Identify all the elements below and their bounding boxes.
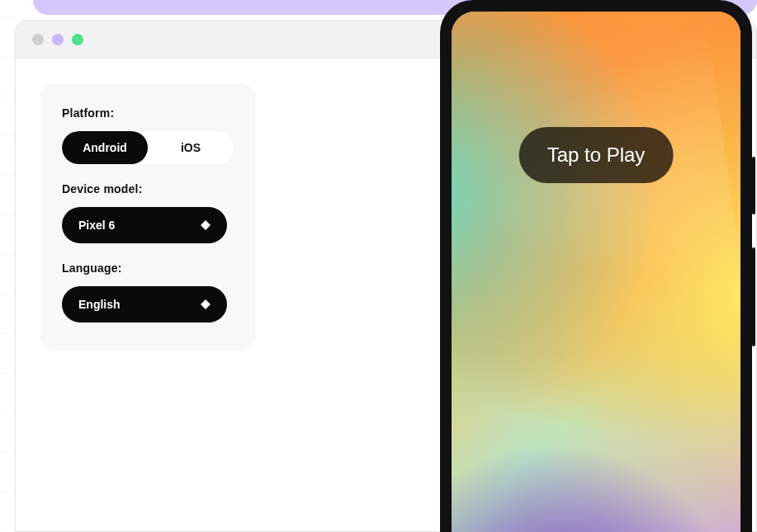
tap-to-play-button[interactable]: Tap to Play bbox=[519, 127, 674, 183]
page-grid-guides bbox=[0, 0, 15, 532]
device-model-dropdown[interactable]: Pixel 6 bbox=[62, 207, 227, 243]
device-model-label: Device model: bbox=[62, 182, 234, 195]
svg-marker-1 bbox=[201, 225, 211, 230]
platform-ios-button[interactable]: iOS bbox=[148, 131, 234, 164]
wallpaper-highlight bbox=[452, 12, 740, 532]
platform-label: Platform: bbox=[62, 106, 234, 120]
traffic-close-icon[interactable] bbox=[32, 34, 44, 45]
language-value: English bbox=[78, 298, 121, 311]
language-dropdown[interactable]: English bbox=[62, 286, 227, 322]
device-power-button-icon bbox=[752, 157, 755, 214]
platform-segmented-control: Android iOS bbox=[62, 131, 234, 164]
device-frame: Tap to Play bbox=[440, 0, 752, 532]
chevron-sort-icon bbox=[201, 220, 211, 230]
traffic-zoom-icon[interactable] bbox=[72, 34, 83, 45]
platform-android-button[interactable]: Android bbox=[62, 131, 148, 164]
chevron-sort-icon bbox=[201, 299, 211, 309]
device-volume-button-icon bbox=[752, 247, 755, 346]
language-label: Language: bbox=[62, 261, 234, 275]
svg-marker-3 bbox=[201, 304, 211, 309]
device-model-value: Pixel 6 bbox=[78, 219, 115, 232]
traffic-minimize-icon[interactable] bbox=[52, 34, 64, 45]
device-screen: Tap to Play bbox=[452, 12, 740, 532]
settings-panel: Platform: Android iOS Device model: Pixe… bbox=[40, 83, 255, 351]
